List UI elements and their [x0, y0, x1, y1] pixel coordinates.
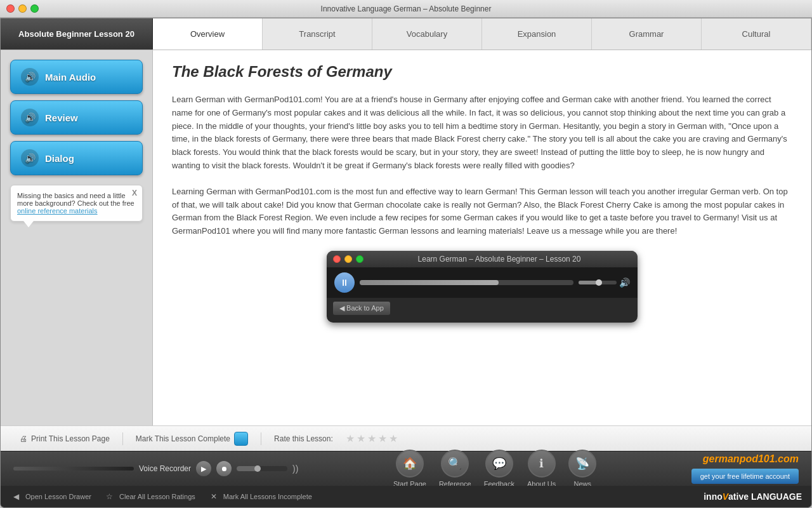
clear-ratings-label: Clear All Lesson Ratings	[119, 493, 195, 500]
star-clear-icon: ☆	[104, 491, 115, 502]
back-to-app-button[interactable]: ◀ Back to App	[333, 302, 390, 315]
top-section: Absolute Beginner Lesson 20 Overview Tra…	[1, 18, 811, 50]
speaker-icon: 🔊	[21, 68, 39, 86]
sidebar: 🔊 Main Audio 🔊 Review 🔊 Dialog X Missing…	[1, 50, 153, 425]
volume-wave-icon: ))	[292, 464, 298, 474]
mark-complete-label: Mark This Lesson Complete	[136, 434, 230, 443]
open-drawer-label: Open Lesson Drawer	[25, 493, 91, 500]
lesson-paragraph-2: Learning German with GermanPod101.com is…	[172, 185, 792, 238]
tab-overview[interactable]: Overview	[153, 18, 263, 50]
brand-name-text: germanpod101.com	[703, 453, 799, 464]
volume-knob[interactable]	[596, 279, 602, 286]
content-area: 🔊 Main Audio 🔊 Review 🔊 Dialog X Missing…	[1, 50, 811, 425]
news-icon: 📡	[568, 450, 596, 478]
main-content: The Black Forests of Germany Learn Germa…	[153, 50, 811, 425]
media-controls: ⏸ 🔊	[327, 267, 638, 298]
lesson-label: Absolute Beginner Lesson 20	[1, 18, 153, 50]
nav-icons: 🏠 Start Page 🔍 Reference 💬 Feedback ℹ Ab…	[393, 450, 596, 488]
mark-incomplete-label: Mark All Lessons Incomplete	[223, 493, 312, 500]
star-3[interactable]: ★	[367, 432, 376, 444]
stars-container[interactable]: ★ ★ ★ ★ ★	[346, 432, 398, 444]
close-button[interactable]	[6, 4, 15, 13]
speaker-icon-2: 🔊	[21, 109, 39, 126]
media-player-title: Learn German – Absolute Beginner – Lesso…	[367, 255, 631, 264]
star-1[interactable]: ★	[346, 432, 355, 444]
progress-fill	[360, 280, 499, 285]
speaker-icon-3: 🔊	[21, 149, 39, 167]
tab-grammar[interactable]: Grammar	[592, 18, 702, 50]
title-bar: Innovative Language German – Absolute Be…	[0, 0, 812, 18]
brand-area: germanpod101.com get your free lifetime …	[691, 453, 799, 484]
lesson-paragraph-1: Learn German with GermanPod101.com! You …	[172, 93, 792, 173]
progress-bar[interactable]	[360, 280, 573, 285]
tooltip-text: Missing the basics and need a little mor…	[17, 192, 134, 207]
tooltip-arrow	[23, 221, 34, 227]
dialog-button[interactable]: 🔊 Dialog	[10, 141, 143, 175]
vr-stop-button[interactable]: ⏺	[216, 461, 232, 476]
volume-fill	[579, 281, 598, 284]
separator-2	[261, 432, 261, 445]
minimize-button[interactable]	[18, 4, 27, 13]
tab-transcript[interactable]: Transcript	[263, 18, 372, 50]
volume-area: 🔊	[579, 277, 630, 288]
star-5[interactable]: ★	[389, 432, 398, 444]
print-lesson-action[interactable]: 🖨 Print This Lesson Page	[20, 434, 110, 443]
clear-ratings-link[interactable]: ☆ Clear All Lesson Ratings	[104, 491, 195, 502]
review-button[interactable]: 🔊 Review	[10, 100, 143, 135]
volume-bar[interactable]	[579, 281, 617, 284]
innovative-logo: innoVative LANGUAGE	[704, 491, 802, 502]
brand-name: germanpod101.com	[703, 453, 799, 465]
reference-icon: 🔍	[441, 450, 469, 478]
tooltip-close-button[interactable]: X	[132, 189, 137, 197]
media-player-titlebar: Learn German – Absolute Beginner – Lesso…	[327, 251, 638, 267]
about-icon: ℹ	[528, 450, 556, 478]
main-audio-button[interactable]: 🔊 Main Audio	[10, 60, 143, 94]
print-icon: 🖨	[20, 434, 27, 443]
vr-play-button[interactable]: ▶	[196, 461, 211, 476]
media-player: Learn German – Absolute Beginner – Lesso…	[327, 251, 638, 323]
star-2[interactable]: ★	[357, 432, 365, 444]
mp-maximize-btn[interactable]	[356, 255, 363, 263]
print-label: Print This Lesson Page	[31, 434, 110, 443]
pause-button[interactable]: ⏸	[334, 272, 355, 293]
mark-incomplete-icon: ✕	[208, 491, 219, 502]
main-window: Absolute Beginner Lesson 20 Overview Tra…	[0, 18, 812, 508]
nav-start-page[interactable]: 🏠 Start Page	[393, 450, 426, 488]
feedback-icon: 💬	[485, 450, 513, 478]
very-bottom-bar: ◀ Open Lesson Drawer ☆ Clear All Lesson …	[1, 486, 811, 507]
reference-link[interactable]: online reference materials	[17, 207, 98, 215]
separator-1	[122, 432, 123, 445]
nav-about-us[interactable]: ℹ About Us	[527, 450, 556, 488]
tab-expansion[interactable]: Expansion	[482, 18, 592, 50]
window-title: Innovative Language German – Absolute Be…	[321, 4, 492, 13]
tabs-container: Overview Transcript Vocabulary Expansion…	[153, 18, 811, 50]
window-controls	[6, 4, 39, 13]
volume-icon: 🔊	[619, 277, 630, 288]
complete-checkbox[interactable]	[234, 432, 248, 446]
start-page-icon: 🏠	[396, 450, 424, 478]
mp-close-btn[interactable]	[333, 255, 341, 263]
actions-bar: 🖨 Print This Lesson Page Mark This Lesso…	[1, 425, 811, 451]
mark-complete-action[interactable]: Mark This Lesson Complete	[136, 432, 248, 446]
lesson-title: The Black Forests of Germany	[172, 63, 792, 81]
drawer-icon: ◀	[10, 491, 22, 502]
rate-label: Rate this Lesson:	[274, 434, 333, 443]
get-account-button[interactable]: get your free lifetime account	[691, 469, 799, 484]
mp-minimize-btn[interactable]	[344, 255, 352, 263]
bottom-bar: Voice Recorder ▶ ⏺ )) 🏠 Start Page 🔍 Ref…	[1, 451, 811, 486]
tooltip-box: X Missing the basics and need a little m…	[10, 185, 143, 222]
mark-incomplete-link[interactable]: ✕ Mark All Lessons Incomplete	[208, 491, 312, 502]
voice-recorder-label: Voice Recorder	[139, 464, 191, 473]
nav-feedback[interactable]: 💬 Feedback	[484, 450, 514, 488]
maximize-button[interactable]	[30, 4, 39, 13]
star-4[interactable]: ★	[378, 432, 387, 444]
recorder-waveform-bar	[13, 467, 134, 471]
nav-reference[interactable]: 🔍 Reference	[439, 450, 471, 488]
voice-recorder: Voice Recorder ▶ ⏺ ))	[13, 461, 298, 476]
tab-vocabulary[interactable]: Vocabulary	[372, 18, 482, 50]
tab-cultural[interactable]: Cultural	[702, 18, 811, 50]
open-drawer-link[interactable]: ◀ Open Lesson Drawer	[10, 491, 91, 502]
nav-news[interactable]: 📡 News	[568, 450, 596, 488]
